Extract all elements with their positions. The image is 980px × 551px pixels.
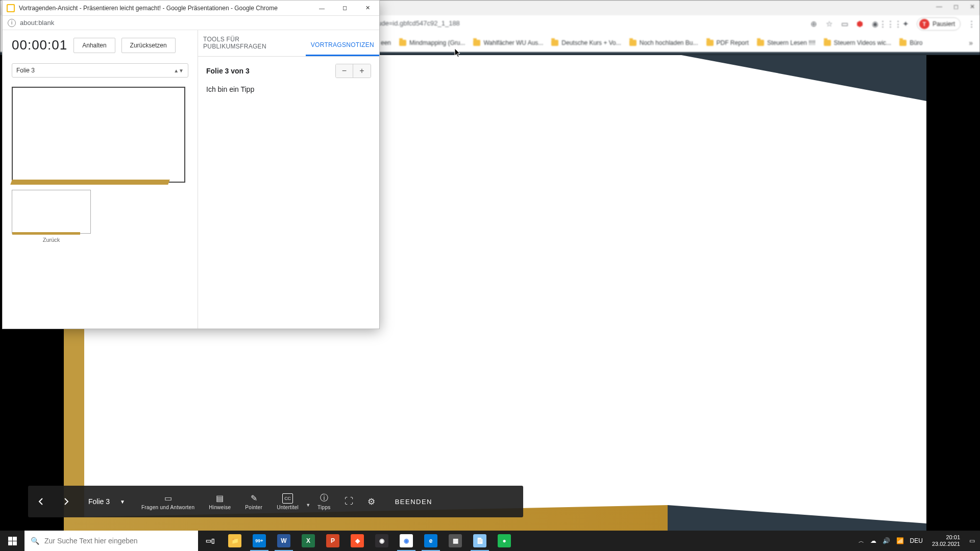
bookmark-item[interactable]: Steuern Lesen !!!!	[754, 37, 819, 48]
bookmark-item[interactable]: Mindmapping (Gru...	[396, 37, 468, 48]
tab-speaker-notes[interactable]: VORTRAGSNOTIZEN	[306, 35, 379, 56]
tray-language[interactable]: DEU	[910, 537, 923, 544]
bg-close-icon[interactable]: ✕	[970, 3, 975, 10]
popup-minimize-button[interactable]: —	[310, 1, 333, 16]
site-info-icon[interactable]: i	[8, 19, 16, 27]
star-icon[interactable]: ☆	[825, 19, 834, 29]
tray-sync-icon[interactable]: ☁	[870, 537, 876, 544]
globe-icon[interactable]: ◉	[871, 19, 880, 29]
popup-title-text: Vortragenden-Ansicht - Präsentieren leic…	[19, 5, 310, 12]
edge-app[interactable]: e	[419, 531, 443, 551]
mail-app[interactable]: 99+	[247, 531, 272, 551]
slide-dropdown-label: Folie 3	[16, 67, 35, 74]
folder-icon	[824, 40, 831, 46]
notes-slide-indicator: Folie 3 von 3	[206, 67, 250, 75]
captions-chevron-icon[interactable]: ▼	[306, 495, 310, 508]
folder-icon	[473, 40, 480, 46]
fullscreen-button[interactable]: ⛶	[338, 496, 360, 507]
profile-paused-chip[interactable]: T Pausiert	[917, 17, 961, 31]
popup-address-bar[interactable]: i about:blank	[3, 16, 379, 30]
popup-url: about:blank	[20, 19, 54, 27]
prev-slide-button[interactable]	[28, 486, 54, 517]
search-placeholder: Zur Suche Text hier eingeben	[44, 537, 138, 545]
next-slide-button[interactable]	[54, 486, 79, 517]
presenter-view-popup: Vortragenden-Ansicht - Präsentieren leic…	[2, 0, 380, 329]
folder-icon	[757, 40, 764, 46]
chrome-menu-icon[interactable]: ⋮	[967, 19, 976, 29]
search-icon: 🔍	[31, 537, 39, 545]
notes-zoom-in-button[interactable]: +	[353, 64, 371, 78]
bookmark-item[interactable]: PDF Report	[703, 37, 752, 48]
pause-timer-button[interactable]: Anhalten	[74, 38, 115, 53]
info-icon: ⓘ	[320, 493, 328, 504]
chevron-down-icon: ▼	[120, 499, 125, 505]
chrome-app[interactable]: ◉	[394, 531, 419, 551]
powerpoint-app[interactable]: P	[321, 531, 345, 551]
word-app[interactable]: W	[272, 531, 296, 551]
bookmark-item[interactable]: een	[378, 37, 394, 48]
presentation-timer: 00:00:01	[12, 37, 67, 53]
previous-slide-thumbnail[interactable]	[12, 190, 91, 234]
presenter-toolbar: Folie 3 ▼ ▭ Fragen und Antworten ▤ Hinwe…	[28, 486, 523, 517]
folder-icon	[399, 40, 406, 46]
notes-button[interactable]: ▤ Hinweise	[202, 486, 238, 517]
taskbar-search[interactable]: 🔍 Zur Suche Text hier eingeben	[24, 531, 198, 551]
windows-taskbar: 🔍 Zur Suche Text hier eingeben ▭▯ 📁 99+ …	[0, 531, 980, 551]
file-explorer-app[interactable]: 📁	[223, 531, 247, 551]
reading-icon[interactable]: ▭	[840, 19, 849, 29]
tray-overflow-icon[interactable]: ︿	[859, 537, 864, 545]
obs-app[interactable]: ◉	[370, 531, 394, 551]
brave-app[interactable]: ◆	[345, 531, 370, 551]
tray-date: 23.02.2021	[932, 541, 960, 547]
folder-icon	[899, 40, 906, 46]
tray-wifi-icon[interactable]: 📶	[896, 537, 904, 544]
extensions-icon[interactable]: ✦	[901, 19, 911, 29]
pointer-icon: ✎	[251, 493, 257, 504]
pointer-button[interactable]: ✎ Pointer	[238, 486, 270, 517]
popup-left-panel: 00:00:01 Anhalten Zurücksetzen Folie 3 ▲…	[3, 30, 198, 329]
notes-zoom-controls: − +	[335, 64, 371, 78]
excel-app[interactable]: X	[296, 531, 321, 551]
apps-icon[interactable]: ⋮⋮⋮	[886, 19, 895, 29]
tray-clock[interactable]: 20:01 23.02.2021	[929, 534, 963, 547]
avatar: T	[919, 19, 929, 29]
folder-icon	[706, 40, 714, 46]
previous-slide-label: Zurück	[43, 237, 60, 243]
tab-audience-tools[interactable]: TOOLS FÜR PUBLIKUMSFRAGEN	[198, 30, 306, 56]
bg-minimize-icon[interactable]: —	[936, 3, 942, 10]
zoom-icon[interactable]: ⊕	[810, 19, 819, 29]
adblock-icon[interactable]: ⬢	[855, 19, 865, 29]
start-button[interactable]	[0, 531, 24, 551]
bg-maximize-icon[interactable]: ◻	[953, 3, 959, 10]
tray-volume-icon[interactable]: 🔊	[883, 537, 890, 544]
bookmarks-overflow-icon[interactable]: »	[969, 39, 976, 47]
settings-button[interactable]: ⚙	[360, 496, 383, 507]
bookmark-item[interactable]: Deutsche Kurs + Vo...	[548, 37, 624, 48]
popup-close-button[interactable]: ✕	[356, 1, 379, 16]
end-presentation-button[interactable]: BEENDEN	[383, 498, 445, 506]
slide-dropdown[interactable]: Folie 3 ▲▼	[12, 63, 188, 78]
bookmark-item[interactable]: Wahlfächer WU Aus...	[470, 37, 546, 48]
bookmark-item[interactable]: Steuern Videos wic...	[821, 37, 895, 48]
bookmark-item[interactable]: Büro	[896, 37, 925, 48]
action-center-icon[interactable]: ▭	[969, 537, 975, 544]
tips-button[interactable]: ⓘ Tipps	[310, 486, 338, 517]
mouse-cursor	[454, 48, 461, 58]
chat-icon: ▭	[164, 493, 172, 504]
qa-button[interactable]: ▭ Fragen und Antworten	[134, 486, 202, 517]
task-view-button[interactable]: ▭▯	[198, 531, 223, 551]
popup-titlebar[interactable]: Vortragenden-Ansicht - Präsentieren leic…	[3, 1, 379, 16]
popup-maximize-button[interactable]: ◻	[333, 1, 356, 16]
notes-zoom-out-button[interactable]: −	[336, 64, 353, 78]
tray-time: 20:01	[946, 534, 960, 541]
spotify-app[interactable]: ●	[492, 531, 517, 551]
current-slide-thumbnail[interactable]	[12, 87, 185, 183]
captions-button[interactable]: CC Untertitel	[270, 486, 306, 517]
chevron-updown-icon: ▲▼	[174, 68, 184, 73]
slide-selector[interactable]: Folie 3 ▼	[79, 497, 134, 506]
notepad-app[interactable]: 📄	[468, 531, 492, 551]
slide-selector-label: Folie 3	[88, 497, 110, 506]
reset-timer-button[interactable]: Zurücksetzen	[121, 38, 176, 53]
bookmark-item[interactable]: Noch hochladen Bu...	[626, 37, 701, 48]
generic-app-1[interactable]: ▦	[443, 531, 468, 551]
